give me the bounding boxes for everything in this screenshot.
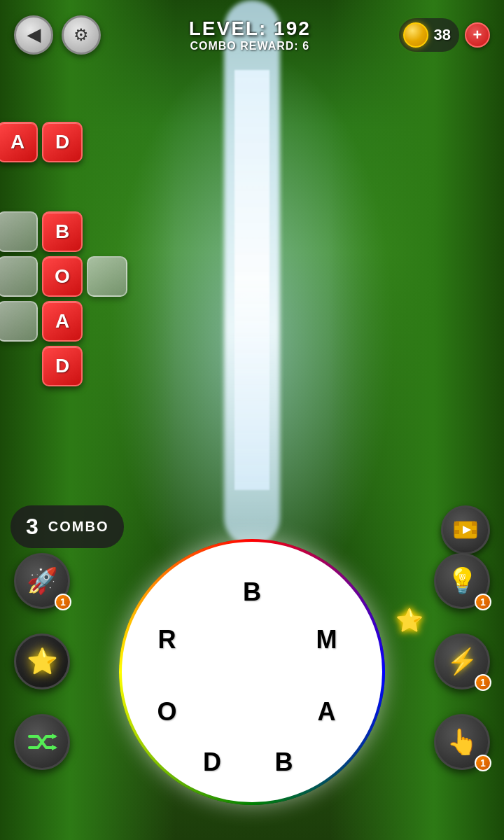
wheel-letter-M[interactable]: M [316, 625, 337, 654]
tile-gray-4c [0, 256, 38, 297]
hint-badge: 1 [475, 594, 491, 610]
star-bonus: ⭐ [396, 607, 424, 634]
wheel-letter-A[interactable]: A [317, 697, 335, 727]
tile-gray-5c [0, 301, 38, 342]
shuffle-icon [27, 727, 57, 757]
tile-B-3: B [42, 211, 83, 252]
header: ◀ ⚙ LEVEL: 192 COMBO REWARD: 6 38 + [0, 0, 504, 70]
rocket-badge: 1 [55, 594, 71, 610]
coin-display: 38 [399, 18, 459, 52]
rocket-button[interactable]: 🚀 1 [14, 553, 70, 609]
wheel-letter-O[interactable]: O [157, 697, 176, 727]
tile-A-5: A [42, 301, 83, 342]
tile-D-1: D [42, 122, 83, 162]
tile-O-4: O [42, 256, 83, 297]
settings-button[interactable]: ⚙ [62, 15, 101, 55]
tile-D-6: D [42, 346, 83, 386]
settings-icon: ⚙ [74, 25, 89, 45]
svg-marker-6 [52, 734, 57, 739]
star-bonus-icon: ⭐ [396, 608, 424, 633]
letter-wheel[interactable]: B R M O A D B [119, 539, 385, 805]
combo-text: COMBO [48, 519, 109, 535]
header-left: ◀ ⚙ [14, 15, 101, 55]
svg-rect-3 [454, 530, 459, 534]
coin-count: 38 [434, 26, 451, 44]
svg-rect-4 [472, 530, 477, 534]
finger-button[interactable]: 👆 1 [434, 714, 490, 770]
combo-reward-text: COMBO REWARD: 6 [189, 40, 311, 52]
back-icon: ◀ [27, 25, 40, 45]
header-center: LEVEL: 192 COMBO REWARD: 6 [189, 18, 311, 52]
add-coins-button[interactable]: + [465, 22, 490, 48]
svg-marker-7 [52, 745, 57, 750]
level-title: LEVEL: 192 [189, 18, 311, 40]
game-grid: B R O A D A R B B O R A O D A D [0, 77, 252, 511]
coin-icon [403, 22, 428, 48]
wheel-letter-D[interactable]: D [203, 748, 221, 777]
star-icon: ⭐ [27, 647, 58, 676]
tile-gray-3b [0, 211, 38, 252]
lightbulb-icon: 💡 [447, 566, 478, 596]
video-icon [453, 517, 478, 542]
star-button[interactable]: ⭐ [14, 634, 70, 690]
wheel-letter-B-bottom[interactable]: B [275, 748, 293, 777]
svg-rect-2 [472, 522, 477, 526]
wheel-letter-B-top[interactable]: B [243, 578, 261, 607]
svg-rect-1 [454, 522, 459, 526]
lightning-button[interactable]: ⚡ 1 [434, 634, 490, 690]
lightning-badge: 1 [475, 674, 491, 691]
wheel-letter-R[interactable]: R [158, 625, 176, 654]
hand-icon: 👆 [447, 727, 478, 757]
lightning-icon: ⚡ [447, 647, 478, 676]
tile-gray-4d [87, 256, 127, 297]
shuffle-button[interactable] [14, 714, 70, 770]
video-reward-button[interactable] [441, 505, 490, 554]
combo-badge: 3 COMBO [10, 505, 124, 548]
back-button[interactable]: ◀ [14, 15, 53, 55]
tile-A-1: A [0, 122, 38, 162]
combo-number: 3 [26, 514, 38, 540]
header-right: 38 + [399, 18, 490, 52]
hint-button[interactable]: 💡 1 [434, 553, 490, 609]
hand-badge: 1 [475, 755, 491, 771]
rocket-icon: 🚀 [27, 566, 58, 596]
